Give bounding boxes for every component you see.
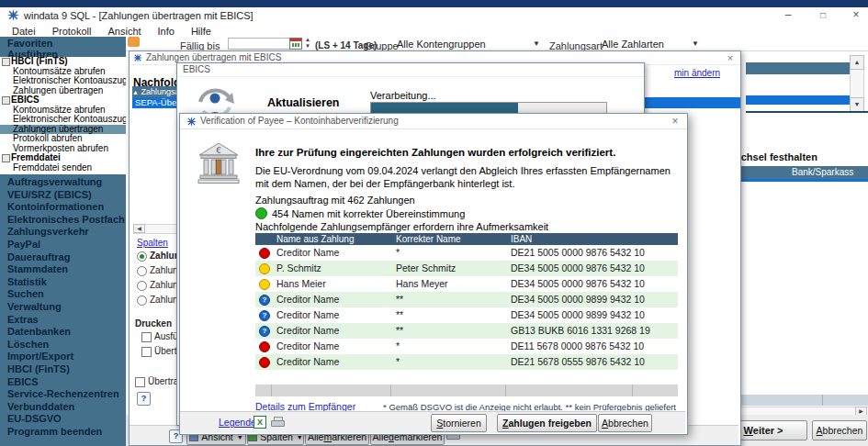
sidebar-item[interactable]: Favoriten xyxy=(0,39,126,50)
menu-item[interactable]: Datei xyxy=(4,25,44,38)
zahlarten-value: Alle Zahlarten xyxy=(602,39,664,50)
sidebar-item[interactable]: Service-Rechenzentren xyxy=(0,388,126,401)
table-row[interactable]: Creditor Name ** GB13 BUKB 6016 1331 926… xyxy=(255,323,678,339)
sidebar-item[interactable]: Statistik xyxy=(0,276,126,289)
sidebar-tree-item[interactable]: EBICS xyxy=(0,95,126,106)
faellig-bis-input[interactable] xyxy=(228,38,292,50)
menu-item[interactable]: Hilfe xyxy=(183,25,220,38)
date-stepper[interactable]: ▲▼ xyxy=(303,37,312,50)
tree-node-icon xyxy=(2,58,10,66)
sidebar-tree-item[interactable]: Elektronischer Kontoauszug abrufen xyxy=(0,115,126,125)
sidebar-item[interactable]: Dauerauftrag xyxy=(0,251,126,264)
child-window-title: Zahlungen übertragen mit EBICS xyxy=(146,52,281,62)
scroll-down-icon[interactable]: ▼ xyxy=(850,97,864,112)
iban-cell: GB13 BUKB 6016 1331 9268 19 xyxy=(511,323,683,339)
sidebar-item[interactable]: PayPal xyxy=(0,239,126,251)
status-icon xyxy=(259,341,270,352)
calendar-icon[interactable] xyxy=(289,38,302,50)
sidebar-item[interactable]: Suchen xyxy=(0,288,126,301)
sidebar-tree-item[interactable]: Kontoumsätze abrufen xyxy=(0,106,126,116)
iban-column-header[interactable]: IBAN xyxy=(511,233,683,245)
sidebar-tree-item[interactable]: HBCI (FinTS) xyxy=(0,57,126,67)
name-column-header[interactable]: Name aus Zahlung xyxy=(271,233,396,245)
scroll-left-icon[interactable]: ◀ xyxy=(133,224,145,233)
close-icon[interactable]: × xyxy=(724,52,737,63)
sidebar-item[interactable]: EU-DSGVO xyxy=(0,413,126,426)
close-icon[interactable]: × xyxy=(669,116,682,127)
sidebar-item[interactable]: HBCI (FinTS) xyxy=(0,363,126,376)
sidebar-item[interactable]: VEU/SRZ (EBICS) xyxy=(0,189,126,202)
korrekter-name-cell: * xyxy=(396,339,511,354)
status-icon xyxy=(259,357,270,368)
sidebar-item[interactable]: Auftragsverwaltung xyxy=(0,176,126,189)
sidebar-item[interactable]: Verwaltung xyxy=(0,301,126,314)
table-row[interactable]: Creditor Name * DE21 5005 0000 9876 5432… xyxy=(255,245,678,261)
sidebar-item[interactable]: Datenbanken xyxy=(0,326,126,339)
bank-column-header[interactable]: Bank/Sparkass xyxy=(792,166,853,179)
zahlungen-freigeben-button[interactable]: Zahlugen freigeben xyxy=(497,414,597,432)
table-row[interactable]: P. Schmitz Peter Schmitz DE34 5005 0000 … xyxy=(255,261,678,276)
termin-aendern-link[interactable]: min ändern xyxy=(674,68,720,78)
close-button[interactable]: × xyxy=(844,7,868,24)
table-row[interactable]: Creditor Name ** DE34 5005 0000 9899 943… xyxy=(255,292,678,307)
name-cell: Creditor Name xyxy=(271,307,396,323)
sidebar-item[interactable]: Import/Export xyxy=(0,351,126,363)
menu-item[interactable]: Protokoll xyxy=(44,25,100,38)
table-row[interactable]: Creditor Name * DE21 5678 0555 9876 5432… xyxy=(255,354,678,370)
sidebar-tree-item[interactable]: Protokoll abrufen xyxy=(0,134,126,144)
stornieren-button[interactable]: Stornieren xyxy=(431,414,487,432)
name-cell: Creditor Name xyxy=(271,323,396,339)
app-window: windata 9 SQL - [Zahlungen übertragen mi… xyxy=(0,0,868,446)
sidebar-item[interactable]: Stammdaten xyxy=(0,263,126,276)
uebertragung2-checkbox[interactable] xyxy=(135,377,145,387)
iban-cell: DE34 5005 0000 9876 5432 10 xyxy=(511,276,683,292)
sidebar-item[interactable]: Verbunddaten xyxy=(0,401,126,414)
name-cell: P. Schmitz xyxy=(271,261,396,276)
menu-bar: DateiProtokollAnsichtInfoHilfe xyxy=(0,25,868,38)
drucken-label: Drucken xyxy=(135,318,172,329)
sidebar-tree-item[interactable]: Fremddatei senden xyxy=(0,163,126,173)
sidebar-item[interactable]: EBICS xyxy=(0,376,126,389)
spalten-link[interactable]: Spalten xyxy=(137,238,168,248)
zahlarten-dropdown[interactable]: Alle Zahlarten ▼ xyxy=(600,38,655,50)
menu-item[interactable]: Info xyxy=(150,25,183,38)
kontengruppen-dropdown[interactable]: Alle Kontengruppen ▼ xyxy=(395,38,540,50)
status-icon xyxy=(259,248,270,259)
windata-logo-icon xyxy=(186,117,197,128)
sidebar: FavoritenAusführen HBCI (FinTS) Kontoums… xyxy=(0,37,126,446)
sidebar-tree-item[interactable]: Fremddatei xyxy=(0,153,126,163)
sidebar-tree-item[interactable]: Zahlungen übertragen xyxy=(0,125,126,135)
maximize-button[interactable]: □ xyxy=(811,7,835,24)
abbrechen-button[interactable]: Abbrechen xyxy=(598,414,652,432)
legende-link[interactable]: Legende xyxy=(219,417,256,428)
ausfuehrung-checkbox[interactable] xyxy=(141,332,152,342)
status-icon xyxy=(259,295,270,306)
menu-item[interactable]: Ansicht xyxy=(99,25,149,38)
sidebar-item[interactable]: Zahlungsverkehr xyxy=(0,226,126,239)
iban-cell: DE34 5005 0000 9899 9432 10 xyxy=(511,307,683,323)
sidebar-tree-item[interactable]: Elektronischer Kontoauszug abrufen xyxy=(0,76,126,86)
korrekter-name-column-header[interactable]: Korrekter Name xyxy=(396,233,511,245)
uebertragung1-checkbox[interactable] xyxy=(141,347,152,357)
vop-button-strip: Legende X Stornieren Zahlugen freigeben … xyxy=(180,411,685,433)
sidebar-tree-item[interactable]: Zahlungen übertragen xyxy=(0,86,126,96)
excel-export-icon[interactable]: X xyxy=(254,416,266,429)
chevron-down-icon: ▼ xyxy=(692,39,699,48)
korrekter-name-cell: Peter Schmitz xyxy=(396,261,511,276)
sidebar-tree-item[interactable]: Kontoumsätze abrufen xyxy=(0,67,126,77)
radio-icon xyxy=(137,281,147,291)
sidebar-tree-item[interactable]: Vormerkposten abrufen xyxy=(0,144,126,154)
sidebar-item[interactable]: Programm beenden xyxy=(0,426,126,439)
sidebar-item[interactable]: Kontoinformationen xyxy=(0,201,126,214)
sidebar-item[interactable]: Extras xyxy=(0,314,126,327)
sidebar-section-bottom: AuftragsverwaltungVEU/SRZ (EBICS)Kontoin… xyxy=(0,176,126,438)
minimize-button[interactable]: – xyxy=(776,7,800,24)
sidebar-item[interactable]: Löschen xyxy=(0,339,126,351)
sidebar-item[interactable]: Elektronisches Postfach xyxy=(0,214,126,227)
abbrechen-main-button[interactable]: Abbrechen xyxy=(812,420,867,440)
help-icon[interactable]: ? xyxy=(137,392,151,406)
table-row[interactable]: Creditor Name ** DE34 5005 0000 9899 943… xyxy=(255,307,678,323)
table-row[interactable]: Creditor Name * DE11 5678 0000 9876 5432… xyxy=(255,339,678,354)
scroll-up-icon[interactable]: ▲ xyxy=(850,55,864,70)
table-row[interactable]: Hans Meier Hans Meyer DE34 5005 0000 987… xyxy=(255,276,678,292)
